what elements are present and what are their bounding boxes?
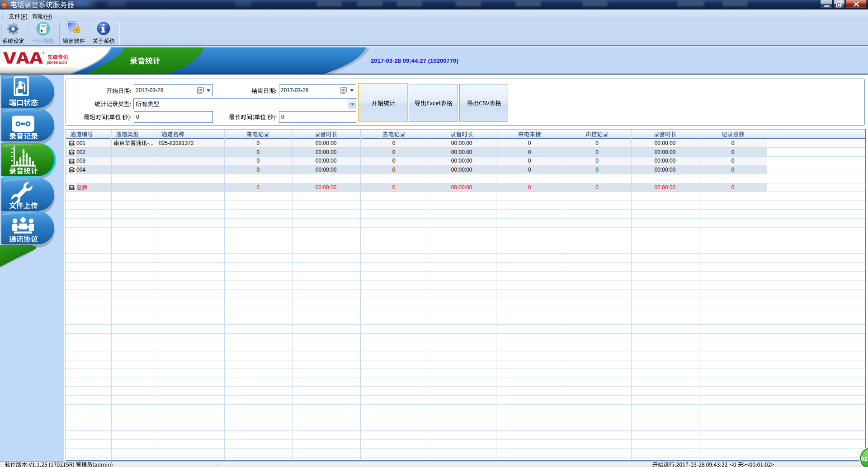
svg-text:62: 62 (861, 455, 868, 462)
